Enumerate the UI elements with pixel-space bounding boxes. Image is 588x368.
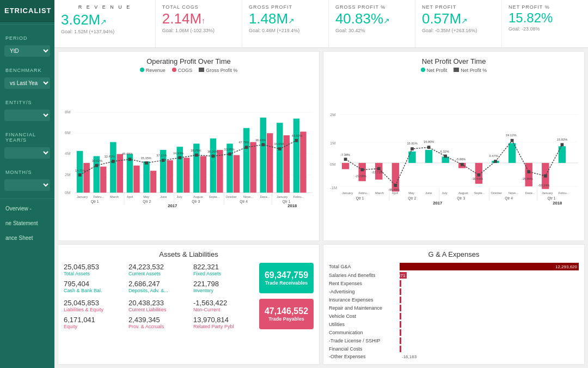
svg-text:Febru...: Febru... bbox=[359, 191, 370, 195]
gross-profit-label: Gross Profit bbox=[249, 4, 322, 10]
net-profit-value: 0.57M↗ bbox=[422, 11, 495, 27]
ga-bar-wrap: 16,898 bbox=[400, 305, 579, 311]
svg-text:-7.38%: -7.38% bbox=[340, 153, 350, 156]
ga-bar-wrap: 5,972 bbox=[400, 321, 579, 328]
cogs-goal: Goal: 1.06M (-102.33%) bbox=[162, 28, 235, 33]
nav-overview[interactable]: Overview - bbox=[0, 201, 54, 216]
ga-item-label: Total G&A bbox=[329, 264, 400, 269]
svg-text:15.82%: 15.82% bbox=[557, 138, 567, 141]
operating-chart-legend: Revenue COGS Gross Profit % bbox=[64, 68, 314, 73]
kpi-row: R E V E N U E 3.62M↗ Goal: 1.52M (+137.9… bbox=[54, 0, 588, 48]
main-content: R E V E N U E 3.62M↗ Goal: 1.52M (+137.9… bbox=[54, 0, 588, 368]
financial-year-select[interactable] bbox=[4, 147, 50, 159]
total-assets-value: 25,045,853 bbox=[64, 263, 125, 271]
benchmark-select[interactable]: vs Last Year bbox=[4, 77, 50, 89]
bottom-row: Assets & Liabilities 25,045,853 Total As… bbox=[54, 243, 588, 368]
svg-text:Febru...: Febru... bbox=[559, 191, 569, 195]
nav-statement[interactable]: ne Statement bbox=[0, 216, 54, 231]
svg-text:May: May bbox=[143, 195, 149, 198]
prov-accruals-label: Prov. & Accruals bbox=[128, 324, 190, 329]
sidebar: ETRICALIST Period YtD Benchmark vs Last … bbox=[0, 0, 54, 368]
benchmark-label: Benchmark bbox=[0, 63, 54, 75]
ga-row: Financial Costs353 bbox=[329, 346, 579, 352]
ga-bar-label: 11,677 bbox=[387, 314, 400, 319]
assets-top-row: 25,045,853 Total Assets 24,223,532 Curre… bbox=[64, 263, 314, 293]
nav-balance[interactable]: ance Sheet bbox=[0, 231, 54, 245]
svg-text:Nove...: Nove... bbox=[243, 195, 254, 198]
ga-item-label: Salaries And Benefits bbox=[329, 273, 400, 278]
svg-text:40.83%: 40.83% bbox=[292, 134, 302, 137]
net-profit-pct-value: 15.82% bbox=[509, 11, 581, 25]
net-profit-chart-area: 2M 1M 0M -1M bbox=[329, 75, 579, 235]
svg-text:4M: 4M bbox=[65, 152, 71, 156]
svg-rect-113 bbox=[344, 158, 347, 161]
net-profit-svg: 2M 1M 0M -1M bbox=[329, 75, 579, 235]
ga-bar-wrap: 111,681 bbox=[400, 280, 579, 287]
svg-rect-117 bbox=[411, 147, 414, 150]
month-select[interactable] bbox=[4, 179, 50, 191]
ga-bar-label: 12,293,620 bbox=[555, 264, 577, 269]
svg-text:October: October bbox=[491, 191, 501, 195]
svg-text:34.93%: 34.93% bbox=[173, 152, 183, 155]
related-party: 13,970,814 Related Party Pybl bbox=[193, 316, 255, 329]
net-profit-goal: Goal: -0.35M (+263.16%) bbox=[422, 28, 495, 33]
assets-panel: Assets & Liabilities 25,045,853 Total As… bbox=[58, 244, 320, 365]
ga-row: Communication4,228 bbox=[329, 329, 579, 336]
ga-bar: 28,454 bbox=[400, 288, 401, 295]
ga-bar: 111,681 bbox=[400, 280, 401, 287]
svg-text:33.95%: 33.95% bbox=[224, 148, 235, 151]
svg-text:Qtr 1: Qtr 1 bbox=[356, 196, 364, 201]
svg-text:6.32%: 6.32% bbox=[440, 150, 449, 153]
ga-bars-container: Total G&A12,293,620Salaries And Benefits… bbox=[329, 263, 579, 359]
ga-bar-label: 24,206 bbox=[387, 298, 400, 303]
equity-value: 6,171,041 bbox=[64, 316, 125, 324]
svg-text:October: October bbox=[225, 195, 236, 198]
period-select[interactable]: YtD bbox=[4, 45, 50, 57]
ga-row: Insurance Expenses24,206 bbox=[329, 297, 579, 303]
month-label: Month/s bbox=[0, 165, 54, 177]
sidebar-logo: ETRICALIST bbox=[0, 0, 54, 22]
svg-text:2M: 2M bbox=[65, 172, 71, 177]
svg-text:0M: 0M bbox=[65, 190, 71, 195]
ga-bar: 353 bbox=[400, 346, 401, 352]
svg-rect-11 bbox=[83, 163, 89, 193]
non-current: -1,563,422 Non-Current bbox=[193, 299, 255, 312]
ga-negative-value: -16,163 bbox=[400, 354, 579, 359]
revenue-goal: Goal: 1.52M (+137.94%) bbox=[61, 29, 149, 34]
svg-text:-5.86%: -5.86% bbox=[456, 158, 465, 161]
related-party-label: Related Party Pybl bbox=[193, 324, 255, 329]
svg-text:Septe...: Septe... bbox=[209, 195, 220, 198]
ga-title: G & A Expenses bbox=[329, 250, 579, 258]
trade-receivables-value: 69,347,759 bbox=[265, 270, 308, 280]
gross-profit-goal: Goal: 0.46M (+219.4%) bbox=[249, 28, 322, 33]
svg-text:-22.71%: -22.71% bbox=[371, 171, 383, 174]
svg-text:June: June bbox=[160, 195, 167, 198]
entity-select[interactable] bbox=[4, 110, 50, 121]
svg-text:Nove...: Nove... bbox=[509, 191, 519, 195]
revenue-label: R E V E N U E bbox=[61, 4, 149, 10]
svg-text:Febru...: Febru... bbox=[293, 195, 304, 198]
ga-bar: 4,207 bbox=[400, 337, 401, 344]
ga-bar: 5,972 bbox=[400, 321, 401, 328]
ga-bar-wrap: 12,293,620 bbox=[400, 263, 579, 270]
ga-bar: 503,571 bbox=[400, 272, 407, 279]
svg-text:24.12%: 24.12% bbox=[506, 134, 516, 137]
svg-text:0.47%: 0.47% bbox=[489, 154, 498, 158]
svg-text:-30.54%: -30.54% bbox=[471, 177, 483, 180]
svg-rect-38 bbox=[78, 173, 82, 177]
svg-rect-100 bbox=[359, 163, 366, 181]
svg-text:45.48%: 45.48% bbox=[122, 153, 132, 156]
svg-text:August: August bbox=[193, 195, 203, 198]
trade-receivables-label: Trade Receivables bbox=[265, 280, 308, 286]
svg-rect-39 bbox=[95, 164, 98, 167]
non-current-value: -1,563,422 bbox=[193, 299, 255, 307]
ga-bar-label: 28,454 bbox=[387, 289, 400, 294]
svg-text:Qtr 3: Qtr 3 bbox=[192, 200, 200, 204]
svg-rect-32 bbox=[260, 118, 266, 193]
kpi-gross-profit-pct: Gross Profit % 40.83%↗ Goal: 30.42% bbox=[329, 0, 415, 47]
svg-rect-120 bbox=[461, 163, 464, 166]
gross-profit-pct-goal: Goal: 30.42% bbox=[335, 28, 408, 33]
period-label: Period bbox=[0, 31, 54, 43]
current-liabilities: 20,438,233 Current Liabilities bbox=[128, 299, 190, 312]
prov-accruals: 2,439,345 Prov. & Accruals bbox=[128, 316, 190, 329]
